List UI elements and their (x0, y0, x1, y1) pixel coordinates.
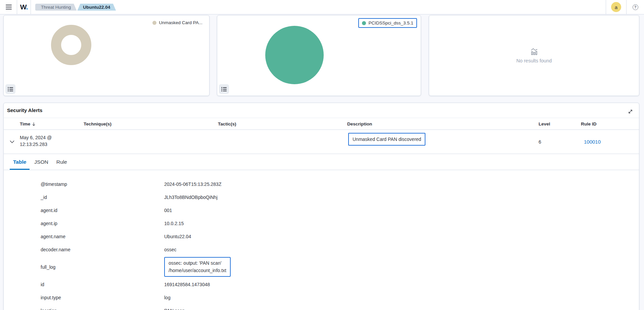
logo-text: W (20, 3, 26, 11)
detail-row: decoder.name ossec (41, 243, 639, 256)
detail-value: 10.0.2.15 (164, 221, 639, 226)
user-avatar[interactable]: a (611, 2, 621, 12)
bar-chart-icon (531, 48, 538, 55)
pie-chart[interactable] (265, 26, 324, 84)
detail-key: @timestamp (41, 182, 164, 187)
detail-key: location (41, 308, 164, 310)
legend-toggle-button[interactable] (5, 84, 15, 94)
legend-label: PCIDSSpci_dss_3.5.1 (368, 20, 413, 25)
detail-row: agent.name Ubuntu22.04 (41, 230, 639, 243)
menu-icon[interactable] (4, 3, 13, 11)
column-header-rule-id[interactable]: Rule ID (581, 118, 636, 130)
detail-key: agent.name (41, 234, 164, 239)
security-alerts-title: Security Alerts (7, 107, 42, 113)
security-alerts-panel: Security Alerts Time Technique(s) Tactic… (3, 103, 639, 310)
detail-key: agent.ip (41, 221, 164, 226)
legend-dot-icon (362, 21, 366, 25)
tab-json[interactable]: JSON (31, 159, 51, 170)
detail-row: id 1691428584.1473048 (41, 278, 639, 291)
detail-row: agent.ip 10.0.2.15 (41, 217, 639, 230)
donut-chart[interactable] (51, 25, 91, 65)
expand-icon[interactable] (627, 108, 634, 115)
detail-row: input.type log (41, 291, 639, 304)
detail-value: Ubuntu22.04 (164, 234, 639, 239)
legend-item-unmasked-card-pan[interactable]: Unmasked Card PA... (152, 20, 202, 25)
detail-row-full-log: full_log ossec: output: 'PAN scan' /home… (41, 256, 639, 278)
detail-value: ossec (164, 247, 639, 252)
rule-id-link[interactable]: 100010 (581, 139, 601, 145)
detail-row: @timestamp 2024-05-06T15:13:25.283Z (41, 177, 639, 191)
detail-key: decoder.name (41, 247, 164, 252)
alert-table-row[interactable]: May 6, 2024 @ 12:13:25.283 Unmasked Card… (4, 130, 639, 154)
tab-table[interactable]: Table (10, 159, 30, 170)
detail-value: JLh3To8BNdOBpboQiNhj (164, 195, 639, 200)
detail-key: _id (41, 195, 164, 200)
column-header-description[interactable]: Description (347, 118, 539, 130)
wazuh-dashboard: W. Threat Hunting Ubuntu22.04 a ? Unmask… (0, 0, 644, 310)
detail-key: agent.id (41, 208, 164, 213)
sort-desc-icon (32, 122, 36, 126)
detail-tabs: Table JSON Rule (4, 154, 639, 170)
help-icon[interactable]: ? (632, 4, 639, 10)
legend-dot-icon (152, 21, 156, 25)
divider (31, 0, 31, 14)
alerts-table-header: Time Technique(s) Tactic(s) Description … (4, 118, 639, 130)
column-header-level[interactable]: Level (539, 118, 581, 130)
top-navigation-bar: W. Threat Hunting Ubuntu22.04 a ? (0, 0, 644, 14)
detail-row: agent.id 001 (41, 204, 639, 217)
empty-results-panel: No results found (429, 15, 639, 96)
donut-chart-panel: Unmasked Card PA... (3, 15, 210, 96)
detail-row: location PAN scan (41, 304, 639, 310)
column-header-time[interactable]: Time (20, 118, 84, 130)
column-header-tactics[interactable]: Tactic(s) (218, 118, 347, 130)
detail-value: 001 (164, 208, 639, 213)
breadcrumb: Threat Hunting Ubuntu22.04 (35, 4, 116, 11)
pie-chart-panel: PCIDSSpci_dss_3.5.1 (217, 15, 421, 96)
full-log-value-highlighted: ossec: output: 'PAN scan' /home/user/acc… (164, 257, 231, 277)
legend-label: Unmasked Card PA... (159, 20, 202, 25)
detail-value: PAN scan (164, 308, 639, 310)
legend-toggle-button[interactable] (219, 84, 229, 94)
breadcrumb-agent-ubuntu22-04[interactable]: Ubuntu22.04 (77, 4, 116, 11)
divider (606, 0, 606, 14)
column-header-techniques[interactable]: Technique(s) (84, 118, 218, 130)
collapse-row-icon[interactable] (8, 138, 16, 146)
alert-level: 6 (539, 130, 581, 154)
detail-value: 1691428584.1473048 (164, 282, 639, 287)
alert-description-highlighted: Unmasked Card PAN discovered (348, 133, 425, 146)
detail-row: _id JLh3To8BNdOBpboQiNhj (41, 191, 639, 204)
alert-time: May 6, 2024 @ 12:13:25.283 (20, 130, 62, 154)
list-icon (8, 87, 13, 92)
logo-dot: . (26, 3, 28, 11)
detail-value: log (164, 295, 639, 300)
detail-value: 2024-05-06T15:13:25.283Z (164, 182, 639, 187)
alert-tactics (218, 130, 347, 154)
tab-rule[interactable]: Rule (53, 159, 71, 170)
list-icon (221, 87, 227, 92)
breadcrumb-threat-hunting[interactable]: Threat Hunting (35, 4, 77, 11)
wazuh-logo[interactable]: W. (17, 3, 31, 11)
no-results-text: No results found (516, 58, 552, 63)
legend-item-pcidss-highlighted[interactable]: PCIDSSpci_dss_3.5.1 (358, 18, 417, 28)
detail-key: input.type (41, 295, 164, 300)
detail-key: id (41, 282, 164, 287)
detail-key: full_log (41, 264, 164, 270)
alert-detail-table: @timestamp 2024-05-06T15:13:25.283Z _id … (4, 170, 639, 310)
divider (626, 0, 627, 14)
alert-techniques (84, 130, 218, 154)
